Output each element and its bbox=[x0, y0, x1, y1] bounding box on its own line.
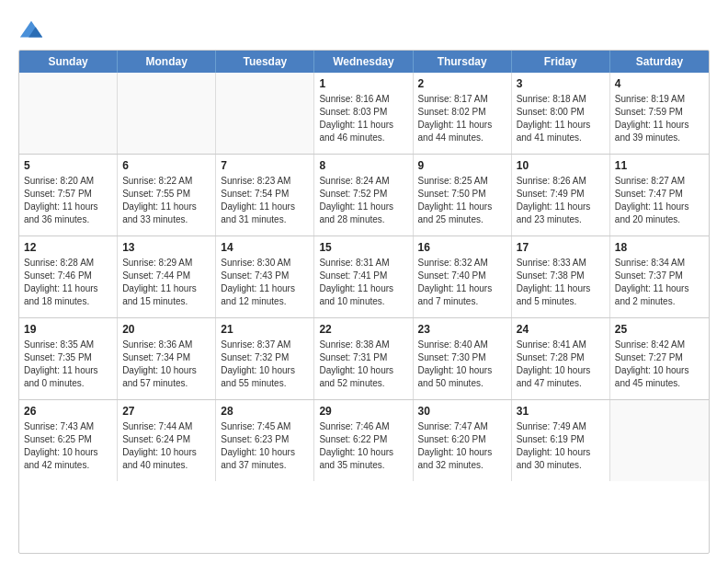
calendar-cell: 5Sunrise: 8:20 AMSunset: 7:57 PMDaylight… bbox=[19, 155, 118, 236]
calendar-cell: 10Sunrise: 8:26 AMSunset: 7:49 PMDayligh… bbox=[512, 155, 610, 236]
cell-text: Daylight: 11 hours and 5 minutes. bbox=[517, 282, 605, 308]
cell-text: Daylight: 11 hours and 20 minutes. bbox=[615, 201, 704, 226]
day-number: 20 bbox=[122, 322, 210, 337]
cell-text: Sunrise: 7:47 AM bbox=[418, 420, 506, 433]
day-number: 31 bbox=[517, 404, 605, 419]
calendar-cell: 2Sunrise: 8:17 AMSunset: 8:02 PMDaylight… bbox=[414, 73, 512, 154]
cell-text: Sunset: 6:23 PM bbox=[221, 433, 309, 446]
cell-text: Daylight: 10 hours and 42 minutes. bbox=[24, 446, 112, 472]
header-cell-monday: Monday bbox=[118, 51, 216, 73]
cell-text: Daylight: 11 hours and 41 minutes. bbox=[517, 119, 605, 144]
cell-text: Sunset: 7:47 PM bbox=[615, 188, 704, 201]
cell-text: Sunset: 7:55 PM bbox=[122, 188, 210, 201]
calendar-cell: 13Sunrise: 8:29 AMSunset: 7:44 PMDayligh… bbox=[118, 236, 216, 317]
day-number: 25 bbox=[615, 322, 704, 337]
day-number: 19 bbox=[24, 322, 112, 337]
cell-text: Daylight: 11 hours and 2 minutes. bbox=[615, 282, 704, 308]
cell-text: Sunset: 7:30 PM bbox=[418, 351, 506, 364]
cell-text: Sunset: 6:19 PM bbox=[517, 433, 605, 446]
cell-text: Daylight: 11 hours and 0 minutes. bbox=[24, 364, 112, 390]
cell-text: Sunset: 7:44 PM bbox=[122, 270, 210, 282]
day-number: 5 bbox=[24, 158, 112, 173]
cell-text: Daylight: 11 hours and 23 minutes. bbox=[517, 201, 605, 226]
calendar-cell: 6Sunrise: 8:22 AMSunset: 7:55 PMDaylight… bbox=[118, 155, 216, 236]
cell-text: Daylight: 11 hours and 36 minutes. bbox=[24, 201, 112, 226]
cell-text: Sunrise: 8:26 AM bbox=[517, 175, 605, 188]
calendar-cell: 20Sunrise: 8:36 AMSunset: 7:34 PMDayligh… bbox=[118, 318, 216, 399]
cell-text: Sunset: 6:25 PM bbox=[24, 433, 112, 446]
logo bbox=[18, 18, 48, 44]
cell-text: Sunset: 7:37 PM bbox=[615, 270, 704, 282]
calendar-cell: 12Sunrise: 8:28 AMSunset: 7:46 PMDayligh… bbox=[19, 236, 118, 317]
cell-text: Sunrise: 8:27 AM bbox=[615, 175, 704, 188]
cell-text: Sunrise: 8:40 AM bbox=[418, 339, 506, 351]
cell-text: Daylight: 11 hours and 46 minutes. bbox=[319, 119, 407, 144]
cell-text: Sunrise: 8:42 AM bbox=[615, 339, 704, 351]
calendar-cell: 22Sunrise: 8:38 AMSunset: 7:31 PMDayligh… bbox=[314, 318, 413, 399]
cell-text: Sunset: 8:02 PM bbox=[418, 106, 506, 119]
day-number: 23 bbox=[418, 322, 506, 337]
cell-text: Sunrise: 8:18 AM bbox=[517, 93, 605, 106]
day-number: 24 bbox=[517, 322, 605, 337]
cell-text: Sunset: 6:22 PM bbox=[319, 433, 407, 446]
calendar-cell bbox=[216, 73, 314, 154]
day-number: 1 bbox=[319, 76, 407, 91]
cell-text: Daylight: 10 hours and 57 minutes. bbox=[122, 364, 210, 390]
day-number: 15 bbox=[319, 240, 407, 255]
day-number: 8 bbox=[319, 158, 407, 173]
cell-text: Sunrise: 8:30 AM bbox=[221, 257, 309, 270]
calendar-row-0: 1Sunrise: 8:16 AMSunset: 8:03 PMDaylight… bbox=[19, 73, 709, 154]
cell-text: Sunset: 7:31 PM bbox=[319, 351, 407, 364]
cell-text: Sunrise: 8:37 AM bbox=[221, 339, 309, 351]
cell-text: Sunset: 7:34 PM bbox=[122, 351, 210, 364]
cell-text: Daylight: 10 hours and 35 minutes. bbox=[319, 446, 407, 472]
calendar-cell: 18Sunrise: 8:34 AMSunset: 7:37 PMDayligh… bbox=[610, 236, 709, 317]
cell-text: Sunrise: 8:16 AM bbox=[319, 93, 407, 106]
cell-text: Daylight: 11 hours and 31 minutes. bbox=[221, 201, 309, 226]
day-number: 4 bbox=[615, 76, 704, 91]
calendar-cell: 4Sunrise: 8:19 AMSunset: 7:59 PMDaylight… bbox=[610, 73, 709, 154]
calendar-cell: 15Sunrise: 8:31 AMSunset: 7:41 PMDayligh… bbox=[314, 236, 413, 317]
cell-text: Sunset: 6:24 PM bbox=[122, 433, 210, 446]
cell-text: Daylight: 11 hours and 7 minutes. bbox=[418, 282, 506, 308]
calendar-cell: 19Sunrise: 8:35 AMSunset: 7:35 PMDayligh… bbox=[19, 318, 118, 399]
day-number: 30 bbox=[418, 404, 506, 419]
calendar-cell: 16Sunrise: 8:32 AMSunset: 7:40 PMDayligh… bbox=[414, 236, 512, 317]
calendar-cell: 21Sunrise: 8:37 AMSunset: 7:32 PMDayligh… bbox=[216, 318, 314, 399]
cell-text: Sunrise: 7:49 AM bbox=[517, 420, 605, 433]
cell-text: Sunrise: 8:38 AM bbox=[319, 339, 407, 351]
calendar-cell bbox=[610, 400, 709, 481]
day-number: 14 bbox=[221, 240, 309, 255]
day-number: 13 bbox=[122, 240, 210, 255]
header-cell-tuesday: Tuesday bbox=[216, 51, 314, 73]
calendar-cell: 29Sunrise: 7:46 AMSunset: 6:22 PMDayligh… bbox=[314, 400, 413, 481]
cell-text: Sunrise: 8:20 AM bbox=[24, 175, 112, 188]
cell-text: Sunrise: 7:43 AM bbox=[24, 420, 112, 433]
calendar-body: 1Sunrise: 8:16 AMSunset: 8:03 PMDaylight… bbox=[19, 73, 709, 481]
calendar-cell: 28Sunrise: 7:45 AMSunset: 6:23 PMDayligh… bbox=[216, 400, 314, 481]
day-number: 29 bbox=[319, 404, 407, 419]
cell-text: Sunset: 7:41 PM bbox=[319, 270, 407, 282]
day-number: 16 bbox=[418, 240, 506, 255]
cell-text: Daylight: 10 hours and 52 minutes. bbox=[319, 364, 407, 390]
cell-text: Daylight: 10 hours and 50 minutes. bbox=[418, 364, 506, 390]
cell-text: Daylight: 11 hours and 39 minutes. bbox=[615, 119, 704, 144]
cell-text: Daylight: 10 hours and 47 minutes. bbox=[517, 364, 605, 390]
cell-text: Sunrise: 8:29 AM bbox=[122, 257, 210, 270]
calendar-row-2: 12Sunrise: 8:28 AMSunset: 7:46 PMDayligh… bbox=[19, 236, 709, 317]
cell-text: Sunrise: 8:17 AM bbox=[418, 93, 506, 106]
page: SundayMondayTuesdayWednesdayThursdayFrid… bbox=[0, 0, 728, 563]
header-cell-wednesday: Wednesday bbox=[314, 51, 413, 73]
cell-text: Sunset: 7:50 PM bbox=[418, 188, 506, 201]
header-cell-sunday: Sunday bbox=[19, 51, 118, 73]
cell-text: Sunrise: 8:41 AM bbox=[517, 339, 605, 351]
cell-text: Sunrise: 8:23 AM bbox=[221, 175, 309, 188]
cell-text: Sunrise: 8:19 AM bbox=[615, 93, 704, 106]
cell-text: Daylight: 11 hours and 18 minutes. bbox=[24, 282, 112, 308]
calendar-cell: 9Sunrise: 8:25 AMSunset: 7:50 PMDaylight… bbox=[414, 155, 512, 236]
calendar-cell: 26Sunrise: 7:43 AMSunset: 6:25 PMDayligh… bbox=[19, 400, 118, 481]
cell-text: Sunset: 7:49 PM bbox=[517, 188, 605, 201]
calendar-cell: 27Sunrise: 7:44 AMSunset: 6:24 PMDayligh… bbox=[118, 400, 216, 481]
calendar-cell: 1Sunrise: 8:16 AMSunset: 8:03 PMDaylight… bbox=[314, 73, 413, 154]
calendar-cell: 31Sunrise: 7:49 AMSunset: 6:19 PMDayligh… bbox=[512, 400, 610, 481]
